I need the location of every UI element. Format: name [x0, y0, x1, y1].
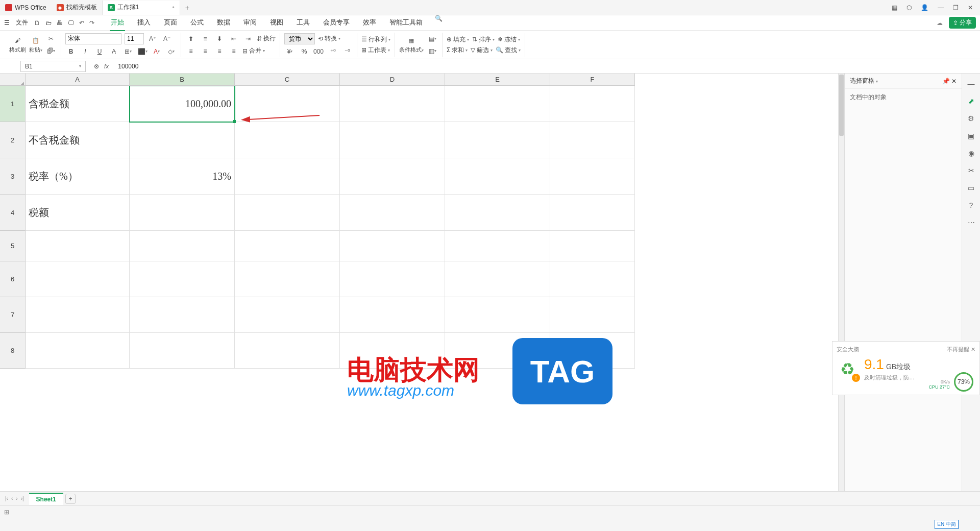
- convert-button[interactable]: ⟲转换▾: [318, 34, 340, 43]
- sheet-next-icon[interactable]: ›: [16, 496, 17, 501]
- table-style-icon[interactable]: ▤▾: [427, 34, 438, 44]
- dec-dec-icon[interactable]: ⁻⁰: [341, 46, 353, 57]
- file-menu[interactable]: 文件: [16, 18, 28, 27]
- indent-inc-icon[interactable]: ⇥: [242, 34, 254, 44]
- cell-B3[interactable]: 13%: [130, 158, 235, 195]
- sheet-prev-icon[interactable]: ‹: [11, 496, 13, 501]
- cell-F7[interactable]: [550, 297, 635, 333]
- hamburger-icon[interactable]: ☰: [4, 19, 10, 27]
- library-rail-icon[interactable]: ◉: [968, 149, 974, 157]
- sum-button[interactable]: Σ求和▾: [447, 46, 468, 55]
- sheet-add-button[interactable]: +: [65, 494, 76, 504]
- copy-icon[interactable]: 🗐▾: [45, 46, 57, 56]
- menu-tab-start[interactable]: 开始: [110, 15, 125, 31]
- cell-F4[interactable]: [550, 195, 635, 231]
- cell-A6[interactable]: [26, 261, 130, 297]
- align-bot-icon[interactable]: ⬇: [214, 34, 225, 44]
- sheet-tab-1[interactable]: Sheet1: [29, 493, 63, 505]
- cell-B5[interactable]: [130, 231, 235, 261]
- cell-E5[interactable]: [445, 231, 550, 261]
- maximize-button[interactable]: ❐: [953, 4, 959, 11]
- close-button[interactable]: ✕: [968, 4, 973, 11]
- ime-indicator[interactable]: EN 中简: [935, 520, 959, 529]
- cell-D1[interactable]: [340, 86, 445, 122]
- pin-icon[interactable]: 📌: [942, 78, 950, 85]
- undo-icon[interactable]: ↶: [79, 19, 84, 27]
- close-panel-icon[interactable]: ✕: [951, 78, 957, 85]
- strike-button[interactable]: A: [108, 46, 119, 57]
- underline-button[interactable]: U: [94, 46, 105, 57]
- search-icon[interactable]: 🔍: [435, 15, 443, 31]
- cell-F3[interactable]: [550, 158, 635, 195]
- cell-A7[interactable]: [26, 297, 130, 333]
- cell-D4[interactable]: [340, 195, 445, 231]
- cell-F2[interactable]: [550, 122, 635, 158]
- name-box[interactable]: B1▾: [20, 61, 86, 72]
- align-left-icon[interactable]: ≡: [185, 46, 197, 56]
- fill-button[interactable]: ⊕填充▾: [447, 35, 469, 44]
- menu-tab-member[interactable]: 会员专享: [322, 15, 351, 31]
- open-icon[interactable]: 🗁: [45, 19, 52, 27]
- col-header-B[interactable]: B: [130, 74, 235, 86]
- cell-B4[interactable]: [130, 195, 235, 231]
- clear-format-button[interactable]: ◇▾: [165, 46, 177, 57]
- col-header-A[interactable]: A: [26, 74, 130, 86]
- indent-dec-icon[interactable]: ⇤: [228, 34, 239, 44]
- worksheet-button[interactable]: ⊞工作表▾: [361, 46, 390, 55]
- dec-inc-icon[interactable]: ⁺⁰: [327, 46, 338, 57]
- row-header-5[interactable]: 5: [0, 231, 26, 261]
- cell-style-icon[interactable]: ▥▾: [427, 46, 438, 56]
- cell-D3[interactable]: [340, 158, 445, 195]
- cell-A3[interactable]: 税率（%）: [26, 158, 130, 195]
- formula-input[interactable]: 100000: [114, 63, 980, 70]
- menu-tab-tools[interactable]: 工具: [296, 15, 311, 31]
- menu-tab-efficiency[interactable]: 效率: [362, 15, 377, 31]
- cell-E2[interactable]: [445, 122, 550, 158]
- row-header-1[interactable]: 1: [0, 86, 26, 122]
- row-header-2[interactable]: 2: [0, 122, 26, 158]
- cell-E4[interactable]: [445, 195, 550, 231]
- minimize-button[interactable]: —: [938, 4, 944, 11]
- cell-C5[interactable]: [235, 231, 340, 261]
- row-header-7[interactable]: 7: [0, 297, 26, 333]
- thousand-icon[interactable]: 000: [313, 46, 324, 57]
- cloud-icon[interactable]: ☁: [937, 19, 943, 27]
- menu-tab-view[interactable]: 视图: [269, 15, 284, 31]
- cell-D2[interactable]: [340, 122, 445, 158]
- help-rail-icon[interactable]: ?: [969, 201, 973, 209]
- bold-button[interactable]: B: [65, 46, 77, 57]
- col-header-E[interactable]: E: [445, 74, 550, 86]
- share-button[interactable]: ⇪ 分享: [949, 17, 976, 29]
- menu-tab-page[interactable]: 页面: [163, 15, 178, 31]
- cell-B6[interactable]: [130, 261, 235, 297]
- tab-workbook[interactable]: S 工作簿1 •: [103, 1, 180, 15]
- col-header-F[interactable]: F: [550, 74, 635, 86]
- cond-format-button[interactable]: ▦ 条件格式▾: [399, 36, 424, 54]
- row-header-4[interactable]: 4: [0, 195, 26, 231]
- row-header-3[interactable]: 3: [0, 158, 26, 195]
- menu-tab-insert[interactable]: 插入: [136, 15, 152, 31]
- redo-icon[interactable]: ↷: [89, 19, 94, 27]
- increase-font-icon[interactable]: A⁺: [147, 34, 158, 44]
- cell-E7[interactable]: [445, 297, 550, 333]
- col-header-D[interactable]: D: [340, 74, 445, 86]
- cell-D6[interactable]: [340, 261, 445, 297]
- device-rail-icon[interactable]: ▭: [968, 184, 974, 192]
- cell-E1[interactable]: [445, 86, 550, 122]
- cube-icon[interactable]: ⬡: [906, 4, 912, 11]
- font-size-select[interactable]: [125, 33, 144, 44]
- cell-F1[interactable]: [550, 86, 635, 122]
- cpu-badge[interactable]: 73%: [954, 372, 973, 392]
- app-grid-icon[interactable]: ▦: [892, 4, 897, 11]
- cell-A5[interactable]: [26, 231, 130, 261]
- grid-body[interactable]: 1 含税金额 100,000.00 2 不含税金额 3 税率（%） 1: [0, 86, 838, 491]
- cell-B2[interactable]: [130, 122, 235, 158]
- fill-color-button[interactable]: ⬛▾: [137, 46, 148, 57]
- align-mid-icon[interactable]: ≡: [200, 34, 211, 44]
- cell-B7[interactable]: [130, 297, 235, 333]
- font-name-select[interactable]: [65, 33, 121, 44]
- cell-C8[interactable]: [235, 333, 340, 369]
- collapse-icon[interactable]: —: [968, 80, 975, 88]
- cell-C7[interactable]: [235, 297, 340, 333]
- tab-templates[interactable]: ◆ 找稻壳模板: [52, 1, 103, 15]
